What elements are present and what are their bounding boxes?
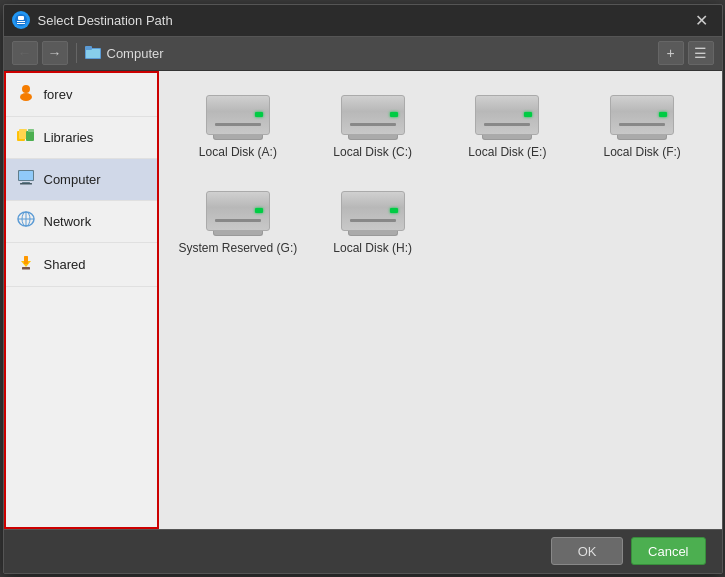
drive-c-label: Local Disk (C:) [333,145,412,159]
sidebar-item-libraries[interactable]: Libraries [6,117,157,159]
svg-rect-10 [19,129,27,139]
footer: OK Cancel [4,529,722,573]
forward-button[interactable]: → [42,41,68,65]
drive-a-icon [206,95,270,139]
new-folder-button[interactable]: + [658,41,684,65]
drive-g-icon [206,191,270,235]
location-bar: Computer [85,45,654,62]
svg-rect-5 [86,49,100,58]
svg-rect-22 [24,256,28,264]
user-icon [16,83,36,106]
sidebar-item-computer[interactable]: Computer [6,159,157,201]
svg-rect-23 [22,267,30,270]
svg-rect-3 [17,23,25,24]
svg-point-8 [20,93,32,101]
drive-a-label: Local Disk (A:) [199,145,277,159]
dialog-icon [12,11,30,29]
svg-rect-11 [26,131,34,141]
drive-e[interactable]: Local Disk (E:) [444,87,571,167]
toolbar-separator [76,43,77,63]
svg-rect-16 [20,183,32,185]
drive-h-icon [341,191,405,235]
svg-rect-12 [28,129,34,132]
svg-rect-6 [85,46,92,50]
dialog: Select Destination Path ✕ ← → Computer +… [3,4,723,574]
sidebar-item-computer-label: Computer [44,172,101,187]
sidebar-item-libraries-label: Libraries [44,130,94,145]
drive-g-label: System Reserved (G:) [179,241,298,255]
location-icon [85,45,101,62]
svg-rect-14 [19,171,33,180]
drive-h-label: Local Disk (H:) [333,241,412,255]
sidebar-item-network-label: Network [44,214,92,229]
drive-f-label: Local Disk (F:) [603,145,680,159]
sidebar-item-forev-label: forev [44,87,73,102]
sidebar-item-forev[interactable]: forev [6,73,157,117]
titlebar: Select Destination Path ✕ [4,5,722,37]
drive-f[interactable]: Local Disk (F:) [579,87,706,167]
dialog-title: Select Destination Path [38,13,682,28]
location-label: Computer [107,46,164,61]
svg-point-7 [22,85,30,93]
network-icon [16,211,36,232]
drive-f-icon [610,95,674,139]
drive-g[interactable]: System Reserved (G:) [175,183,302,263]
cancel-button[interactable]: Cancel [631,537,705,565]
drive-h[interactable]: Local Disk (H:) [309,183,436,263]
sidebar-item-network[interactable]: Network [6,201,157,243]
drive-c[interactable]: Local Disk (C:) [309,87,436,167]
view-button[interactable]: ☰ [688,41,714,65]
close-button[interactable]: ✕ [690,8,714,32]
svg-rect-2 [17,21,25,22]
drive-e-icon [475,95,539,139]
toolbar-actions: + ☰ [658,41,714,65]
drive-e-label: Local Disk (E:) [468,145,546,159]
content-area: forev Libraries [4,71,722,529]
svg-rect-1 [18,16,24,20]
drive-c-icon [341,95,405,139]
sidebar-item-shared[interactable]: Shared [6,243,157,287]
sidebar-item-shared-label: Shared [44,257,86,272]
back-button[interactable]: ← [12,41,38,65]
drive-a[interactable]: Local Disk (A:) [175,87,302,167]
shared-icon [16,253,36,276]
computer-icon [16,169,36,190]
main-panel: Local Disk (A:) Local Disk (C:) [159,71,722,529]
ok-button[interactable]: OK [551,537,623,565]
sidebar: forev Libraries [4,71,159,529]
file-grid: Local Disk (A:) Local Disk (C:) [175,87,706,263]
libraries-icon [16,127,36,148]
toolbar: ← → Computer + ☰ [4,37,722,71]
